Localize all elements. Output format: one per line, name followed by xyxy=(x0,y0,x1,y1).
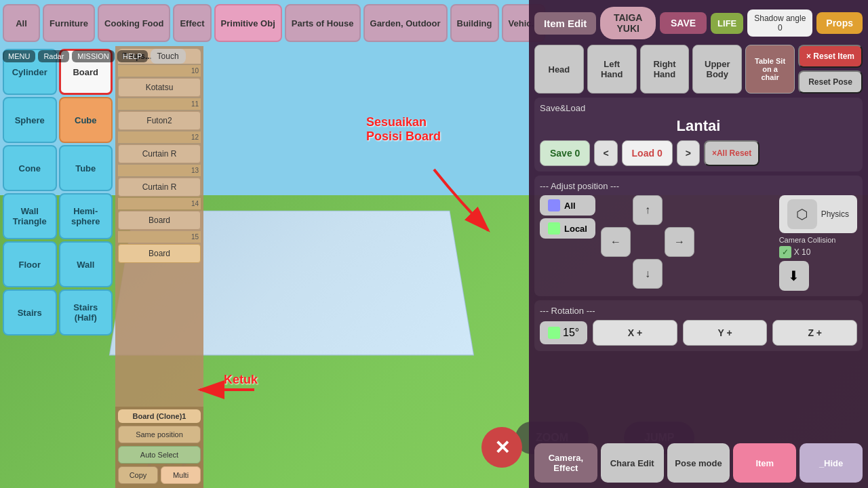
shape-hemisphere[interactable]: Hemi-sphere xyxy=(59,193,113,239)
menu-button[interactable]: MENU xyxy=(3,50,35,62)
same-position-btn[interactable]: Same position xyxy=(118,426,201,443)
body-upper-body-btn[interactable]: Upper Body xyxy=(692,45,742,94)
degree-label: 15° xyxy=(563,327,579,339)
item-btn[interactable]: Item xyxy=(733,443,796,483)
touch-button[interactable]: Touch xyxy=(151,49,186,64)
degree-btn[interactable]: 15° xyxy=(540,321,587,344)
rp-title: Item Edit xyxy=(534,12,596,35)
cat-furniture[interactable]: Furniture xyxy=(43,4,95,42)
load-slot-btn[interactable]: Load 0 xyxy=(622,140,673,166)
prev-slot-btn[interactable]: < xyxy=(594,140,617,166)
arrow-up-btn[interactable]: ↑ xyxy=(633,195,663,225)
down-arrow-btn[interactable]: ⬇ xyxy=(779,261,809,291)
all-reset-btn[interactable]: ×All Reset xyxy=(704,140,760,166)
close-x-button[interactable]: ✕ xyxy=(481,427,522,468)
physics-btn[interactable]: ⬡ Physics xyxy=(779,195,857,233)
hide-btn[interactable]: _Hide xyxy=(800,443,863,483)
shape-cube[interactable]: Cube xyxy=(59,97,113,143)
props-curtain-r-13[interactable]: Curtain R xyxy=(118,178,201,197)
adjust-left: All Local xyxy=(540,195,595,239)
arrow-down-btn[interactable]: ↓ xyxy=(633,259,663,289)
empty-3 xyxy=(601,259,631,289)
local-btn[interactable]: Local xyxy=(540,218,595,239)
rotation-section: --- Rotation --- 15° X + Y + Z + xyxy=(534,300,863,351)
rot-z-btn[interactable]: Z + xyxy=(772,320,857,346)
arrow-right-btn[interactable]: → xyxy=(665,227,694,257)
rotation-title: --- Rotation --- xyxy=(540,306,857,316)
shape-sphere[interactable]: Sphere xyxy=(3,97,57,143)
rp-username: TAIGA YUKI xyxy=(600,7,656,39)
rp-props-btn[interactable]: Props xyxy=(816,12,863,34)
adjust-grid: All Local ↑ ← → ↓ ⬡ xyxy=(540,195,857,291)
shadow-value: 0 xyxy=(754,23,806,33)
section-11: 11 xyxy=(118,98,201,110)
props-board-15[interactable]: Board xyxy=(118,244,201,263)
physics-icon: ⬡ xyxy=(787,199,817,229)
next-slot-btn[interactable]: > xyxy=(677,140,700,166)
body-table-btn[interactable]: Table Sit on a chair xyxy=(745,45,795,94)
copy-btn[interactable]: Copy xyxy=(118,466,158,484)
shape-cone[interactable]: Cone xyxy=(3,145,57,191)
cat-parts-of-house[interactable]: Parts of House xyxy=(285,4,361,42)
rp-life-btn[interactable]: LIFE xyxy=(711,13,743,34)
shape-wall[interactable]: Wall xyxy=(59,241,113,287)
cat-primitive-obj[interactable]: Primitive Obj xyxy=(214,4,282,42)
arrow-grid: ↑ ← → ↓ xyxy=(601,195,774,289)
center-empty xyxy=(633,227,663,257)
menu-bar: MENU Radar MISSION HELP Touch xyxy=(0,46,353,66)
rp-save-btn[interactable]: SAVE xyxy=(660,12,707,34)
x10-check[interactable]: ✓ X 10 xyxy=(779,246,836,258)
save-slot-btn[interactable]: Save 0 xyxy=(540,140,590,166)
shape-stairs[interactable]: Stairs xyxy=(3,289,57,336)
local-label: Local xyxy=(564,224,587,234)
shape-tube[interactable]: Tube xyxy=(59,145,113,191)
reset-item-btn[interactable]: × Reset Item xyxy=(798,45,863,68)
rp-topbar: Item Edit TAIGA YUKI SAVE LIFE Shadow an… xyxy=(534,5,863,41)
bottom-actions: Camera, Effect Chara Edit Pose mode Item… xyxy=(534,443,863,483)
all-btn[interactable]: All xyxy=(540,195,595,216)
section-13: 13 xyxy=(118,165,201,176)
props-board-14[interactable]: Board xyxy=(118,211,201,230)
body-right-hand-btn[interactable]: Right Hand xyxy=(640,45,690,94)
rot-y-btn[interactable]: Y + xyxy=(683,320,768,346)
shape-stairs-half[interactable]: Stairs (Half) xyxy=(59,289,113,336)
lantai-title: Lantai xyxy=(540,117,857,135)
radar-button[interactable]: Radar xyxy=(38,50,69,62)
empty-2 xyxy=(665,195,694,225)
adjust-section: --- Adjust position --- All Local ↑ ← → xyxy=(534,176,863,296)
cat-garden-outdoor[interactable]: Garden, Outdoor xyxy=(363,4,448,42)
chara-edit-btn[interactable]: Chara Edit xyxy=(601,443,664,483)
props-kotatsu[interactable]: Kotatsu xyxy=(118,78,201,97)
props-futon2[interactable]: Futon2 xyxy=(118,111,201,130)
cat-effect[interactable]: Effect xyxy=(173,4,211,42)
cat-all[interactable]: All xyxy=(3,4,40,42)
props-curtain-r-12[interactable]: Curtain R xyxy=(118,144,201,163)
empty-4 xyxy=(665,259,694,289)
reset-pose-btn[interactable]: Reset Pose xyxy=(798,70,863,94)
camera-collision: Camera Collision ✓ X 10 xyxy=(779,236,836,258)
left-panel: Cylinder Board Sphere Cube Cone Tube Wal… xyxy=(0,46,115,488)
x10-label: X 10 xyxy=(794,247,811,257)
rot-x-btn[interactable]: X + xyxy=(593,320,677,346)
body-left-hand-btn[interactable]: Left Hand xyxy=(587,45,637,94)
shape-floor[interactable]: Floor xyxy=(3,241,57,287)
physics-label: Physics xyxy=(821,209,849,219)
arrow-left-btn[interactable]: ← xyxy=(601,227,631,257)
pose-mode-btn[interactable]: Pose mode xyxy=(667,443,730,483)
multi-btn[interactable]: Multi xyxy=(161,466,201,484)
cat-cooking-food[interactable]: Cooking Food xyxy=(98,4,170,42)
camera-effect-btn[interactable]: Camera, Effect xyxy=(534,443,597,483)
camera-collision-label: Camera Collision xyxy=(779,236,836,244)
section-14: 14 xyxy=(118,198,201,209)
empty-1 xyxy=(601,195,631,225)
save-load-row: Save 0 < Load 0 > ×All Reset xyxy=(540,140,857,166)
x10-checkbox[interactable]: ✓ xyxy=(779,246,791,258)
shape-wall-triangle[interactable]: Wall Triangle xyxy=(3,193,57,239)
body-head-btn[interactable]: Head xyxy=(534,45,584,94)
clone-label: Board (Clone)1 xyxy=(118,409,201,423)
mission-button[interactable]: MISSION xyxy=(72,50,114,62)
help-button[interactable]: HELP xyxy=(117,50,148,62)
cat-building[interactable]: Building xyxy=(450,4,499,42)
auto-select-btn[interactable]: Auto Select xyxy=(118,446,201,464)
all-label: All xyxy=(564,201,576,211)
